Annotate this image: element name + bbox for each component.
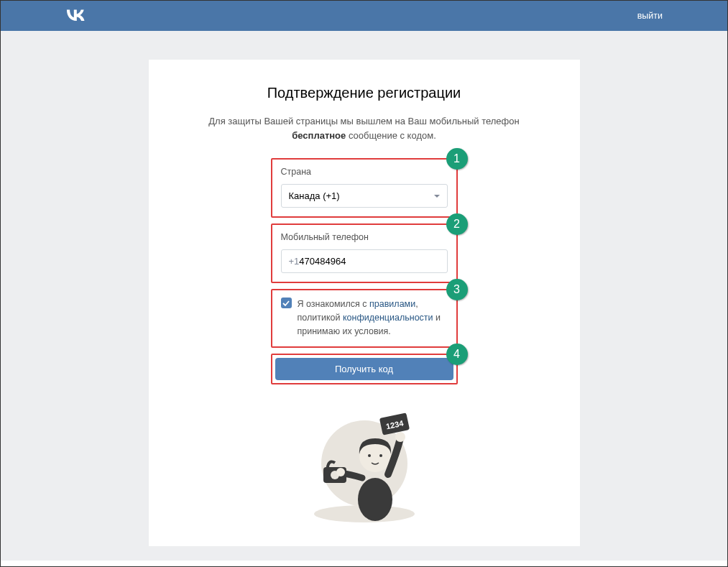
country-label: Страна <box>281 167 448 177</box>
svg-point-8 <box>395 432 405 442</box>
phone-section: 2 Мобильный телефон +1470484964 <box>271 223 458 283</box>
privacy-link[interactable]: конфиденциальности <box>343 313 433 323</box>
terms-section: 3 Я ознакомился с правилами, политикой к… <box>271 289 458 348</box>
step-badge-2: 2 <box>446 213 468 235</box>
svg-point-6 <box>368 454 371 457</box>
step-badge-4: 4 <box>446 344 468 365</box>
footer: ВКонтакте © 2006–2019 о компании правила… <box>1 561 727 567</box>
step-badge-3: 3 <box>446 279 468 300</box>
card-subtitle: Для защиты Вашей страницы мы вышлем на В… <box>185 114 544 142</box>
page-body: Подтверждение регистрации Для защиты Ваш… <box>1 31 727 561</box>
country-section: 1 Страна Канада (+1) <box>271 158 458 218</box>
get-code-button[interactable]: Получить код <box>275 358 453 380</box>
card-title: Подтверждение регистрации <box>185 85 544 101</box>
logout-button[interactable]: выйти <box>637 11 663 21</box>
submit-section: 4 Получить код <box>271 354 458 384</box>
phone-label: Мобильный телефон <box>281 232 448 242</box>
phone-value: 470484964 <box>299 256 346 267</box>
country-select[interactable]: Канада (+1) <box>281 184 448 208</box>
phone-prefix: +1 <box>289 256 300 267</box>
terms-text: Я ознакомился с правилами, политикой кон… <box>298 298 448 338</box>
rules-link[interactable]: правилами <box>369 299 415 309</box>
step-badge-1: 1 <box>446 148 468 170</box>
country-value: Канада (+1) <box>289 190 340 201</box>
registration-card: Подтверждение регистрации Для защиты Ваш… <box>149 60 580 546</box>
svg-point-4 <box>358 478 392 521</box>
illustration: 1234 <box>185 402 544 525</box>
svg-point-7 <box>379 454 382 457</box>
svg-point-10 <box>336 468 345 476</box>
chevron-down-icon <box>434 195 440 198</box>
phone-input[interactable]: +1470484964 <box>281 249 448 273</box>
terms-checkbox[interactable] <box>281 298 292 308</box>
vk-logo[interactable] <box>65 8 86 24</box>
header: выйти <box>1 1 727 31</box>
